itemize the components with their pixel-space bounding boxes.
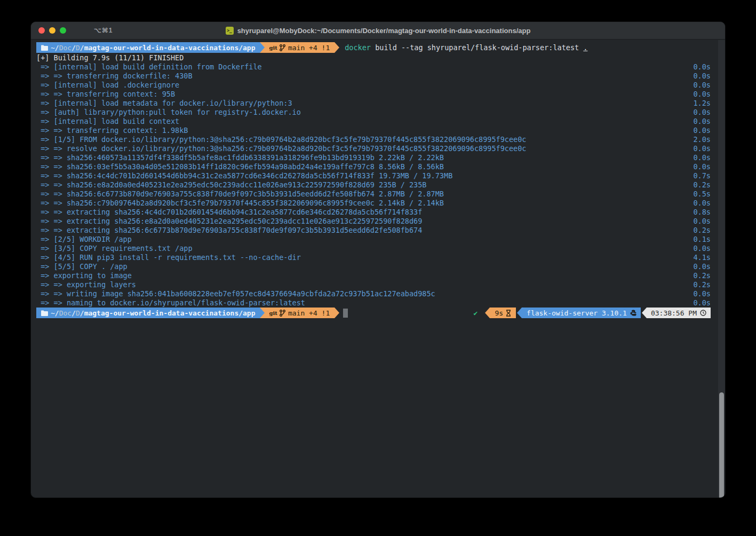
prompt-git-segment: git main +4 !1 [265, 42, 335, 53]
build-output-line: => => extracting sha256:e8a2d0a0ed405231… [31, 217, 725, 226]
window-controls [31, 27, 66, 34]
prompt-path-segment: ~/Doc/D/magtag-our-world-in-data-vaccina… [36, 42, 260, 53]
build-step-text: => => sha256:6c6773b870d9e76903a755c838f… [36, 190, 444, 199]
command-duration: 9s [495, 309, 503, 317]
powerline-separator [642, 308, 647, 318]
git-logo-icon: git [269, 310, 277, 316]
build-step-duration: 0.0s [693, 217, 711, 226]
scrollbar-thumb[interactable] [719, 392, 724, 498]
window-title: shyruparel@MobyDock:~/Documents/Docker/m… [237, 27, 531, 35]
build-output-line: => => sha256:4c4dc701b2d601454d6bb94c31c… [31, 171, 725, 180]
build-output-line: => => resolve docker.io/library/python:3… [31, 144, 725, 153]
prompt-git-segment: git main +4 !1 [265, 308, 335, 318]
build-output-line: => [4/5] RUN pip3 install -r requirement… [31, 253, 725, 262]
python-icon [630, 310, 636, 316]
build-output-line: => exporting to image0.2s [31, 271, 725, 280]
powerline-separator [335, 308, 339, 318]
git-branch-icon [280, 310, 285, 317]
build-step-duration: 0.5s [693, 190, 711, 199]
build-step-text: => exporting to image [36, 271, 132, 280]
build-step-duration: 0.8s [693, 208, 711, 217]
build-output-line: => => sha256:460573a11357df4f338df5b5afe… [31, 153, 725, 162]
build-step-text: => [internal] load metadata for docker.i… [36, 99, 292, 108]
build-output-line: => => naming to docker.io/shyruparel/fla… [31, 298, 725, 308]
build-step-duration: 0.0s [693, 153, 711, 162]
command-target: . [583, 43, 587, 52]
command-program: docker [345, 43, 371, 52]
build-step-text: => [1/5] FROM docker.io/library/python:3… [36, 135, 526, 144]
build-output-line: => [3/5] COPY requirements.txt /app0.0s [31, 244, 725, 253]
prompt-path-segment: ~/Doc/D/magtag-our-world-in-data-vaccina… [36, 308, 260, 318]
git-branch-icon [280, 44, 285, 51]
exit-status-check-icon: ✔ [474, 309, 478, 317]
clock-segment: 03:38:56 PM [647, 308, 711, 318]
build-step-duration: 0.0s [693, 126, 711, 135]
build-step-duration: 0.2s [693, 180, 711, 190]
build-step-text: => => extracting sha256:6c6773b870d9e769… [36, 226, 422, 235]
path-shortened: Doc [59, 44, 71, 52]
build-step-text: => => sha256:03ef5b5a30a4d05e512083b14ff… [36, 162, 444, 171]
command-input[interactable]: docker build --tag shyruparel/flask-owid… [345, 43, 587, 52]
build-step-duration: 0.2s [693, 226, 711, 235]
build-output-line: => [1/5] FROM docker.io/library/python:3… [31, 135, 725, 144]
terminal-app-icon: >_ [226, 27, 234, 35]
build-step-duration: 0.0s [693, 298, 711, 308]
terminal-content[interactable]: ~/Doc/D/magtag-our-world-in-data-vaccina… [31, 40, 725, 318]
build-step-text: => => transferring dockerfile: 430B [36, 72, 193, 81]
build-step-duration: 0.0s [693, 244, 711, 253]
build-output-line: => => transferring dockerfile: 430B0.0s [31, 72, 725, 81]
folder-icon [41, 45, 48, 51]
build-step-duration: 0.2s [693, 271, 711, 280]
build-output-line: => => exporting layers0.2s [31, 280, 725, 289]
git-logo-icon: git [269, 45, 277, 51]
build-step-text: => [5/5] COPY . /app [36, 262, 128, 271]
path-current-dir: magtag-our-world-in-data-vaccinations/ap… [84, 44, 256, 52]
build-step-text: => [auth] library/python:pull token for … [36, 108, 301, 117]
hourglass-icon [506, 310, 511, 317]
build-step-text: => => writing image sha256:041ba6008228e… [36, 289, 435, 298]
scrollbar-track[interactable] [718, 40, 725, 498]
build-step-duration: 4.1s [693, 253, 711, 262]
terminal-cursor [343, 309, 348, 318]
powerline-separator [485, 308, 490, 318]
python-env-name: flask-owid-server 3.10.1 [527, 309, 627, 317]
powerline-separator [260, 308, 265, 318]
build-step-duration: 0.0s [693, 62, 711, 72]
build-output-line: => => transferring context: 1.98kB0.0s [31, 126, 725, 135]
powerline-separator [517, 308, 522, 318]
clock-icon [700, 310, 706, 316]
build-step-duration: 0.7s [693, 171, 711, 180]
build-step-duration: 1.2s [693, 99, 711, 108]
zoom-button[interactable] [60, 27, 66, 34]
build-summary-line: [+] Building 7.9s (11/11) FINISHED [31, 53, 725, 62]
build-step-text: => [internal] load build context [36, 117, 179, 126]
powerline-separator [260, 42, 265, 53]
build-step-duration: 0.0s [693, 81, 711, 90]
titlebar[interactable]: ⌥⌘1 >_ shyruparel@MobyDock:~/Documents/D… [31, 22, 725, 40]
build-step-duration: 0.0s [693, 117, 711, 126]
build-step-text: => => naming to docker.io/shyruparel/fla… [36, 298, 305, 308]
powerline-separator [335, 42, 339, 53]
build-step-text: => [4/5] RUN pip3 install -r requirement… [36, 253, 301, 262]
build-output-line: => => sha256:c79b09764b2a8d920bcf3c5fe79… [31, 199, 725, 208]
build-step-duration: 0.1s [693, 235, 711, 244]
tab-shortcut-hint: ⌥⌘1 [94, 27, 113, 34]
build-output-line: => [internal] load build definition from… [31, 62, 725, 72]
close-button[interactable] [38, 27, 45, 34]
build-step-duration: 0.0s [693, 199, 711, 208]
build-output-line: => [internal] load metadata for docker.i… [31, 99, 725, 108]
build-step-text: => => sha256:4c4dc701b2d601454d6bb94c31c… [36, 171, 452, 180]
build-step-duration: 0.0s [693, 262, 711, 271]
build-output-lines: => [internal] load build definition from… [31, 62, 725, 308]
build-step-text: => => extracting sha256:4c4dc701b2d60145… [36, 208, 422, 217]
minimize-button[interactable] [49, 27, 55, 34]
python-env-segment: flask-owid-server 3.10.1 [522, 308, 641, 318]
build-output-line: => => extracting sha256:4c4dc701b2d60145… [31, 208, 725, 217]
terminal-window: ⌥⌘1 >_ shyruparel@MobyDock:~/Documents/D… [30, 21, 726, 498]
build-step-text: => => exporting layers [36, 280, 136, 289]
build-output-line: => [internal] load .dockerignore0.0s [31, 81, 725, 90]
git-status: main +4 !1 [288, 44, 330, 52]
build-step-duration: 0.0s [693, 108, 711, 117]
right-prompt-status: ✔ 9s flask-owid-server 3.10.1 [474, 308, 711, 318]
build-step-duration: 0.0s [693, 144, 711, 153]
